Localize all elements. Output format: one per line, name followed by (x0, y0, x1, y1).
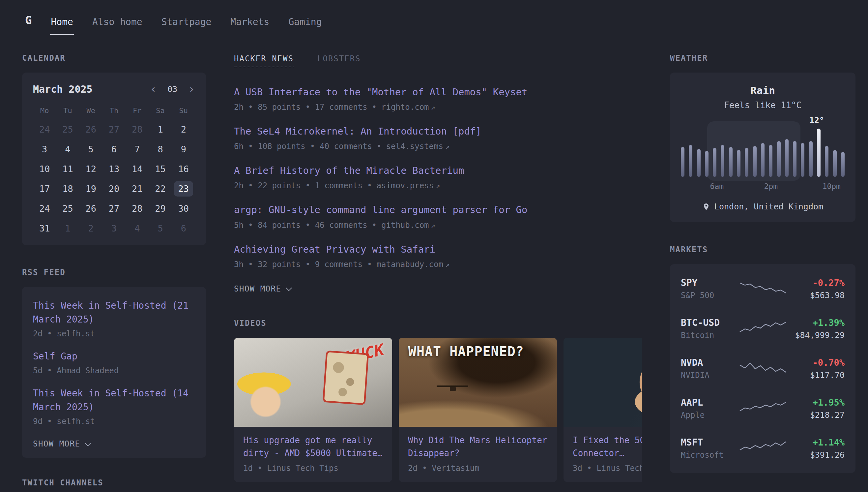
rss-item[interactable]: This Week in Self-Hosted (21 March 2025)… (33, 299, 195, 338)
calendar-day[interactable]: 6 (103, 139, 126, 159)
calendar-header: March 2025 ‹ 03 › (33, 83, 195, 95)
calendar-day[interactable]: 26 (79, 198, 103, 218)
market-row[interactable]: BTC-USDBitcoin+1.39%$84,999.29 (681, 309, 845, 348)
market-ticker[interactable]: BTC-USD (681, 317, 738, 328)
market-ticker[interactable]: AAPL (681, 397, 738, 408)
calendar-day[interactable]: 11 (56, 159, 79, 179)
rss-item-title[interactable]: This Week in Self-Hosted (21 March 2025) (33, 299, 195, 326)
calendar-day[interactable]: 7 (126, 139, 149, 159)
calendar-day[interactable]: 22 (149, 179, 172, 198)
calendar-day[interactable]: 27 (103, 198, 126, 218)
market-ticker[interactable]: SPY (681, 277, 738, 288)
calendar-day[interactable]: 24 (33, 119, 56, 139)
calendar-day-number: 8 (153, 142, 167, 157)
news-item-source[interactable]: righto.com↗ (381, 102, 435, 112)
news-item-title[interactable]: A Brief History of the Miracle Bacterium (234, 164, 642, 177)
market-ticker[interactable]: MSFT (681, 437, 738, 448)
news-item[interactable]: A USB Interface to the "Mother of All De… (234, 86, 642, 112)
calendar-day[interactable]: 25 (56, 119, 79, 139)
calendar-next-button[interactable]: › (188, 83, 195, 95)
market-ticker[interactable]: NVDA (681, 357, 738, 368)
market-row[interactable]: NVDANVIDIA-0.70%$117.70 (681, 348, 845, 389)
video-card[interactable]: WHAT HAPPENED?Why Did The Mars Helicopte… (399, 338, 557, 482)
calendar-day[interactable]: 16 (172, 159, 195, 179)
video-title[interactable]: His upgrade got me really dirty - AMD $5… (243, 434, 383, 460)
news-item-title[interactable]: Achieving Great Privacy with Safari (234, 243, 642, 256)
calendar-day[interactable]: 5 (149, 218, 172, 238)
calendar-day[interactable]: 21 (126, 179, 149, 198)
nav-tab-gaming[interactable]: Gaming (288, 5, 322, 35)
calendar-day[interactable]: 26 (79, 119, 103, 139)
video-thumbnail[interactable]: WHAT HAPPENED? (399, 338, 557, 427)
nav-tab-markets[interactable]: Markets (230, 5, 270, 35)
calendar-day[interactable]: 8 (149, 139, 172, 159)
weather-bar (713, 148, 716, 177)
news-item-title[interactable]: The SeL4 Microkernel: An Introduction [p… (234, 125, 642, 138)
calendar-day[interactable]: 6 (172, 218, 195, 238)
calendar-prev-button[interactable]: ‹ (150, 83, 157, 95)
news-item-source[interactable]: github.com↗ (381, 221, 435, 230)
video-thumbnail[interactable]: YUCK↙ (234, 338, 392, 427)
rss-show-more-button[interactable]: SHOW MORE (33, 439, 89, 448)
calendar-day[interactable]: 15 (149, 159, 172, 179)
calendar-day[interactable]: 24 (33, 198, 56, 218)
news-item-source[interactable]: asimov.press↗ (377, 181, 440, 190)
news-item[interactable]: The SeL4 Microkernel: An Introduction [p… (234, 125, 642, 151)
calendar-day[interactable]: 20 (103, 179, 126, 198)
rss-item[interactable]: This Week in Self-Hosted (14 March 2025)… (33, 387, 195, 426)
calendar-day[interactable]: 17 (33, 179, 56, 198)
news-item-source[interactable]: sel4.systems↗ (386, 142, 449, 151)
rss-item-title[interactable]: Self Gap (33, 349, 195, 363)
news-item-title[interactable]: A USB Interface to the "Mother of All De… (234, 86, 642, 99)
rss-item[interactable]: Self Gap5d • Ahmad Shadeed (33, 349, 195, 375)
market-sparkline (738, 439, 788, 457)
calendar-day[interactable]: 4 (56, 139, 79, 159)
video-title[interactable]: I Fixed the 5090 Power Connector… (573, 434, 642, 460)
calendar-day[interactable]: 3 (33, 139, 56, 159)
calendar-day[interactable]: 9 (172, 139, 195, 159)
calendar-day[interactable]: 12 (79, 159, 103, 179)
calendar-day[interactable]: 1 (56, 218, 79, 238)
video-card[interactable]: DOTTI Fixed the 5090 Power Connector…3d … (563, 338, 642, 482)
market-row[interactable]: SPYS&P 500-0.27%$563.98 (681, 269, 845, 309)
app-logo[interactable]: G (25, 14, 32, 27)
calendar-day-number: 21 (128, 181, 147, 197)
calendar-day[interactable]: 13 (103, 159, 126, 179)
calendar-day[interactable]: 31 (33, 218, 56, 238)
video-thumbnail[interactable]: DOTT (563, 338, 642, 427)
calendar-day[interactable]: 2 (172, 119, 195, 139)
calendar-day[interactable]: 19 (79, 179, 103, 198)
calendar-day-number: 17 (35, 181, 54, 197)
calendar-day[interactable]: 27 (103, 119, 126, 139)
video-title[interactable]: Why Did The Mars Helicopter Disappear? (408, 434, 548, 460)
calendar-day[interactable]: 18 (56, 179, 79, 198)
calendar-day[interactable]: 25 (56, 198, 79, 218)
news-show-more-button[interactable]: SHOW MORE (234, 284, 290, 294)
calendar-day[interactable]: 4 (126, 218, 149, 238)
calendar-day[interactable]: 30 (172, 198, 195, 218)
video-card[interactable]: YUCK↙His upgrade got me really dirty - A… (234, 338, 392, 482)
nav-tab-also-home[interactable]: Also home (91, 5, 143, 35)
nav-tab-home[interactable]: Home (50, 5, 74, 35)
calendar-day[interactable]: 3 (103, 218, 126, 238)
calendar-day[interactable]: 5 (79, 139, 103, 159)
news-item-title[interactable]: argp: GNU-style command line argument pa… (234, 203, 642, 216)
calendar-day[interactable]: 29 (149, 198, 172, 218)
calendar-day[interactable]: 14 (126, 159, 149, 179)
market-row[interactable]: MSFTMicrosoft+1.14%$391.26 (681, 428, 845, 468)
rss-item-title[interactable]: This Week in Self-Hosted (14 March 2025) (33, 387, 195, 414)
news-item[interactable]: Achieving Great Privacy with Safari3h • … (234, 243, 642, 269)
news-item-source[interactable]: matanabudy.com↗ (377, 260, 450, 269)
tab-lobsters[interactable]: LOBSTERS (317, 54, 361, 67)
calendar-day[interactable]: 2 (79, 218, 103, 238)
news-item[interactable]: A Brief History of the Miracle Bacterium… (234, 164, 642, 190)
calendar-day[interactable]: 28 (126, 119, 149, 139)
news-item[interactable]: argp: GNU-style command line argument pa… (234, 203, 642, 229)
calendar-day[interactable]: 10 (33, 159, 56, 179)
market-row[interactable]: AAPLApple+1.95%$218.27 (681, 389, 845, 428)
nav-tab-startpage[interactable]: Startpage (161, 5, 212, 35)
tab-hacker-news[interactable]: HACKER NEWS (234, 54, 294, 67)
calendar-day[interactable]: 23 (172, 179, 195, 198)
calendar-day[interactable]: 1 (149, 119, 172, 139)
calendar-day[interactable]: 28 (126, 198, 149, 218)
